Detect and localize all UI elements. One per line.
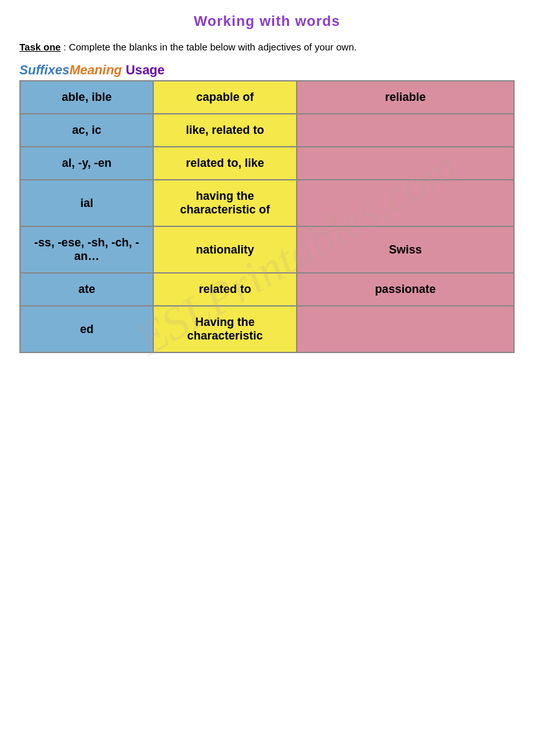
table-row: ialhaving the characteristic of [20, 180, 514, 226]
usage-cell: passionate [297, 273, 514, 306]
usage-cell [297, 306, 514, 352]
table-row: al, -y, -enrelated to, like [20, 147, 514, 180]
column-headers: Suffixes Meaning Usage [19, 63, 515, 78]
suffix-cell: al, -y, -en [20, 147, 153, 180]
usage-cell [297, 180, 514, 226]
suffix-cell: ial [20, 180, 153, 226]
suffix-cell: -ss, -ese, -sh, -ch, -an… [20, 226, 153, 273]
page-title: Working with words [19, 13, 515, 30]
table-row: aterelated topassionate [20, 273, 514, 306]
suffix-cell: able, ible [20, 81, 153, 114]
table-row: able, iblecapable ofreliable [20, 81, 514, 114]
usage-cell [297, 147, 514, 180]
meaning-cell: nationality [153, 226, 297, 273]
task-text: : Complete the blanks in the table below… [61, 41, 357, 52]
suffix-cell: ed [20, 306, 153, 352]
meaning-cell: having the characteristic of [153, 180, 297, 226]
meaning-cell: related to, like [153, 147, 297, 180]
usage-cell: reliable [297, 81, 514, 114]
table-row: -ss, -ese, -sh, -ch, -an…nationalitySwis… [20, 226, 514, 273]
task-label: Task one [19, 41, 61, 52]
suffixes-table: able, iblecapable ofreliableac, iclike, … [19, 80, 515, 353]
suffix-cell: ac, ic [20, 114, 153, 147]
meaning-cell: capable of [153, 81, 297, 114]
header-meaning: Meaning [69, 63, 122, 78]
table-row: ac, iclike, related to [20, 114, 514, 147]
meaning-cell: like, related to [153, 114, 297, 147]
usage-cell: Swiss [297, 226, 514, 273]
task-line: Task one : Complete the blanks in the ta… [19, 41, 515, 52]
meaning-cell: related to [153, 273, 297, 306]
usage-cell [297, 114, 514, 147]
table-row: edHaving the characteristic [20, 306, 514, 352]
header-suffixes: Suffixes [19, 63, 69, 78]
meaning-cell: Having the characteristic [153, 306, 297, 352]
header-usage: Usage [126, 63, 165, 78]
suffix-cell: ate [20, 273, 153, 306]
